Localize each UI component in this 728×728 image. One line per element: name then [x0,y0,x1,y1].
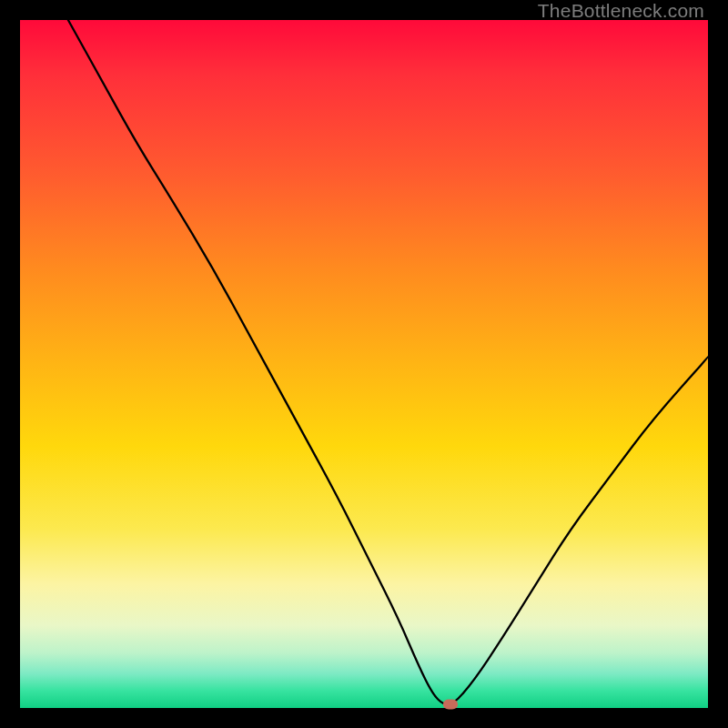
watermark-text: TheBottleneck.com [538,0,704,22]
minimum-point-marker [443,700,458,710]
chart-frame [20,20,708,708]
bottleneck-curve [20,20,708,708]
